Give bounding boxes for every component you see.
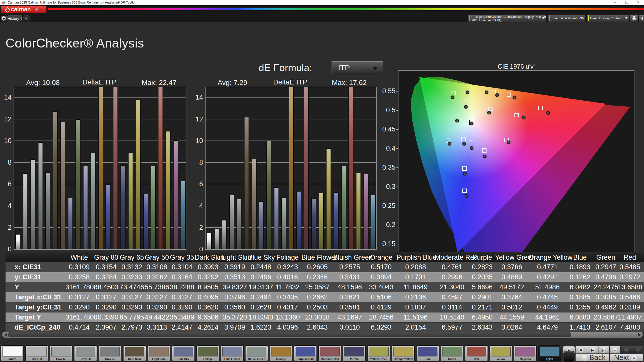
swatch-label: Moderate Red bbox=[319, 357, 341, 360]
back-button[interactable]: «Back bbox=[575, 354, 610, 361]
collapse-panel-button[interactable] bbox=[638, 14, 644, 22]
swatch-yellow[interactable]: Yellow bbox=[490, 345, 512, 361]
table-cell: 0.1262 bbox=[566, 272, 594, 282]
play-button[interactable]: ▶ bbox=[587, 346, 598, 354]
column-header: Gray 50 bbox=[144, 252, 169, 262]
bar-orange-yellow bbox=[136, 100, 141, 250]
table-cell: 0.4095 bbox=[195, 292, 221, 302]
bar-green bbox=[151, 166, 156, 250]
swatch-magenta[interactable]: Magenta bbox=[514, 345, 537, 361]
table-cell: 61.0000 bbox=[642, 282, 644, 292]
swatch-purple[interactable]: Purple bbox=[343, 345, 366, 361]
tab-history-1[interactable]: History 1 bbox=[7, 15, 23, 22]
refresh-button[interactable]: ↻ bbox=[621, 346, 632, 354]
swatch-purplish-blue[interactable]: Purplish Blue bbox=[294, 345, 317, 361]
swatch-gray-80[interactable]: Gray 80 bbox=[25, 345, 48, 361]
settings-gear-button[interactable] bbox=[630, 14, 638, 22]
table-row: x: CIE310.31090.31540.31320.31080.31040.… bbox=[6, 262, 644, 272]
loop-button[interactable]: ∞ bbox=[610, 346, 621, 354]
y-axis-label: 10 bbox=[193, 137, 203, 145]
hardware-dropdown-3[interactable]: Direct Display Control bbox=[587, 14, 630, 22]
bar-gray-65 bbox=[222, 220, 227, 250]
tab-add-button[interactable]: + bbox=[23, 15, 30, 22]
table-cell: 33.4043 bbox=[366, 282, 396, 292]
table-cell: 0.3109 bbox=[65, 262, 93, 272]
swatch-dark-skin[interactable]: Dark Skin bbox=[123, 345, 146, 361]
chart-title: DeltaE ITP bbox=[83, 78, 116, 86]
stop-button[interactable]: ■ bbox=[575, 346, 587, 354]
target-point bbox=[469, 140, 473, 144]
scroll-left-icon[interactable] bbox=[4, 333, 7, 337]
workflow-play-button[interactable] bbox=[1, 15, 7, 22]
measured-point bbox=[470, 122, 473, 125]
table-cell: 3.0264 bbox=[495, 323, 529, 332]
column-header: Yellow bbox=[642, 252, 644, 262]
swatch-light-skin[interactable]: Light Skin bbox=[148, 345, 170, 361]
chart-title: DeltaE ITP bbox=[273, 78, 307, 86]
maximize-button[interactable]: ❐ bbox=[621, 0, 632, 5]
back-chevron-icon: « bbox=[581, 355, 587, 361]
column-header: Purple bbox=[469, 252, 495, 262]
measured-point bbox=[455, 119, 459, 122]
swatch-yellow-green[interactable]: Yellow Green bbox=[368, 345, 390, 361]
close-button[interactable]: ✕ bbox=[632, 0, 644, 5]
table-cell: 2.6343 bbox=[469, 323, 495, 332]
swatch-moderate-red[interactable]: Moderate Red bbox=[318, 345, 341, 361]
hardware-dropdown-1[interactable]: i1 Display Pro/Calbrite ColorChecker Dis… bbox=[468, 14, 547, 22]
swatch-orange[interactable]: Orange bbox=[270, 345, 292, 361]
calman-menu-button[interactable]: calman ▼ bbox=[1, 6, 47, 13]
table-cell: 0.4761 bbox=[435, 262, 469, 272]
table-cell: 3.0110 bbox=[333, 323, 366, 332]
swatch-orange-yellow[interactable]: Orange Yellow bbox=[392, 345, 415, 361]
table-cell: 0.3290 bbox=[93, 302, 119, 312]
table-cell: 0.3796 bbox=[221, 292, 248, 302]
step-button[interactable]: [•] bbox=[598, 346, 610, 354]
de-formula-select[interactable]: ITP bbox=[332, 61, 383, 74]
swatch-label: Blue bbox=[417, 357, 439, 360]
table-cell: 0.3258 bbox=[65, 272, 93, 282]
table-corner bbox=[6, 252, 65, 262]
y-tick bbox=[396, 206, 398, 206]
swatch-gray-50[interactable]: Gray 50 bbox=[74, 345, 97, 361]
hardware-dropdown-2[interactable]: SpectraCal VideoForge Pro bbox=[548, 14, 585, 22]
scrollbar-thumb[interactable] bbox=[8, 332, 571, 337]
swatch-blue-flower[interactable]: Blue Flower bbox=[221, 345, 244, 361]
swatch-bluish-green[interactable]: Bluish Green bbox=[245, 345, 268, 361]
horizontal-scrollbar[interactable] bbox=[2, 331, 643, 338]
table-cell: 28.7456 bbox=[366, 312, 396, 322]
next-button[interactable]: Next» bbox=[610, 354, 643, 361]
swatch-white[interactable]: White bbox=[1, 345, 24, 361]
meter-sublabel: 2025 Hisense 85U8Q bbox=[471, 19, 502, 22]
bar-gray-50 bbox=[38, 142, 43, 250]
column-header: Moderate Red bbox=[435, 252, 469, 262]
meter-label: i1 Display Pro/Calbrite ColorChecker Dis… bbox=[471, 15, 547, 19]
table-cell: 0.3292 bbox=[195, 272, 221, 282]
swatch-foliage[interactable]: Foliage bbox=[196, 345, 219, 361]
table-cell: 38.2288 bbox=[169, 282, 195, 292]
pattern-window-toggle[interactable] bbox=[564, 351, 574, 361]
bar-yellow-green bbox=[128, 153, 133, 250]
swatch-gray-65[interactable]: Gray 65 bbox=[50, 345, 72, 361]
table-cell: 0.2605 bbox=[301, 262, 333, 272]
bar-foliage bbox=[75, 119, 80, 250]
measured-point bbox=[464, 105, 468, 109]
extra-button[interactable] bbox=[632, 346, 643, 354]
table-cell: 2.7973 bbox=[119, 323, 144, 332]
swatch-green[interactable]: Green bbox=[441, 345, 463, 361]
table-row: y: CIE310.32580.32840.32330.31620.31640.… bbox=[6, 272, 644, 282]
swatch-blue[interactable]: Blue bbox=[416, 345, 439, 361]
swatch-label: Yellow Green bbox=[368, 357, 390, 360]
swatch-red[interactable]: Red bbox=[465, 345, 488, 361]
y-axis-label: 8 bbox=[2, 159, 12, 166]
bar-green bbox=[341, 166, 346, 250]
chevron-down-icon bbox=[580, 17, 584, 19]
swatch-blue-sky[interactable]: Blue Sky bbox=[172, 345, 195, 361]
chevron-down-icon bbox=[541, 17, 545, 19]
minimize-button[interactable]: – bbox=[609, 0, 621, 5]
y-axis-label: 14 bbox=[193, 94, 203, 101]
target-point bbox=[461, 137, 466, 141]
bar-orange bbox=[289, 87, 294, 250]
scroll-right-icon[interactable] bbox=[638, 333, 641, 337]
swatch-gray-35[interactable]: Gray 35 bbox=[99, 345, 121, 361]
swatch-cyan[interactable]: Cyan bbox=[538, 345, 561, 361]
